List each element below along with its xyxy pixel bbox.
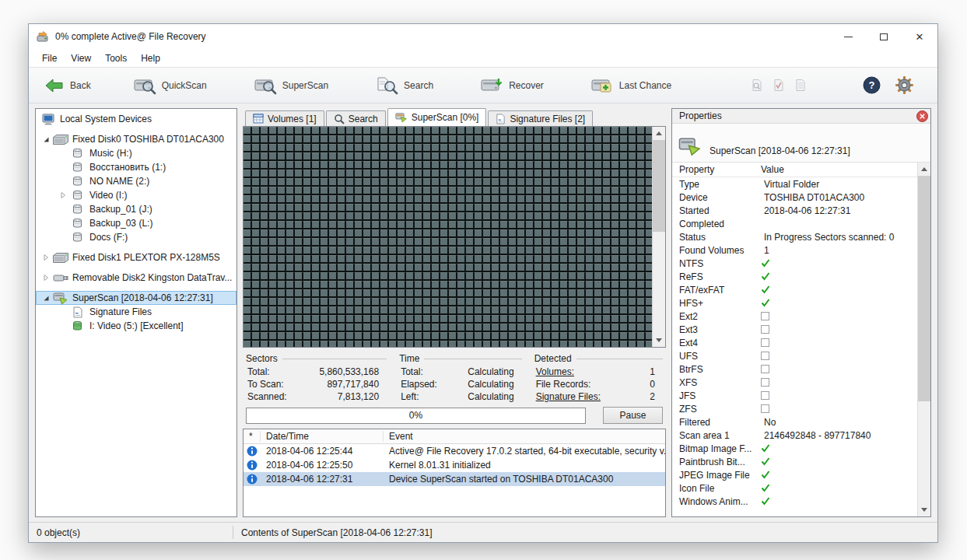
log-header-event[interactable]: Event (384, 431, 665, 442)
close-properties-icon[interactable] (916, 110, 928, 122)
scroll-down-icon[interactable] (918, 503, 930, 516)
log-row[interactable]: 2018-04-06 12:25:44 Active@ File Recover… (244, 444, 665, 458)
expander-collapsed-icon[interactable] (40, 254, 51, 261)
scroll-track[interactable] (653, 232, 665, 334)
toolbar-small-button-3[interactable] (794, 79, 807, 92)
property-row[interactable]: Ext3 (672, 323, 917, 336)
expander-collapsed-icon[interactable] (58, 191, 68, 199)
log-row[interactable]: 2018-04-06 12:25:50 Kernel 8.01.31 initi… (244, 458, 665, 472)
property-name: JPEG Image File (672, 470, 756, 481)
property-row[interactable]: Filtered No (672, 415, 917, 429)
window-title: 0% complete Active@ File Recovery (55, 31, 206, 42)
pause-button[interactable]: Pause (603, 407, 663, 424)
expander-expanded-icon[interactable] (40, 135, 51, 143)
property-row[interactable]: Scan area 1 2146492848 - 897717840 (672, 429, 917, 442)
property-row[interactable]: Ext4 (672, 336, 917, 349)
tree-item-music[interactable]: Music (H:) (36, 146, 236, 160)
tree-item-fixed-disk1[interactable]: Fixed Disk1 PLEXTOR PX-128M5S (36, 250, 236, 264)
superscan-button[interactable]: SuperScan (249, 74, 333, 97)
property-row[interactable]: ZFS (672, 402, 917, 415)
property-row[interactable]: Completed (672, 217, 917, 230)
tree-item-removable-disk2[interactable]: Removable Disk2 Kingston DataTrav... (36, 271, 236, 285)
value-column-header[interactable]: Value (756, 164, 917, 175)
property-row[interactable]: HFS+ (672, 296, 917, 310)
app-window: 0% complete Active@ File Recovery ✕ File… (28, 23, 938, 543)
toolbar-small-button-2[interactable] (773, 79, 785, 92)
tree-item-superscan[interactable]: SuperScan [2018-04-06 12:27:31] (36, 291, 236, 305)
menu-view[interactable]: View (64, 51, 98, 66)
scroll-down-icon[interactable] (653, 334, 665, 347)
stat-label[interactable]: Signature Files: (536, 390, 601, 403)
scroll-up-icon[interactable] (653, 127, 665, 140)
property-row[interactable]: Icon File (672, 481, 917, 495)
maximize-button[interactable] (866, 24, 902, 49)
usb-icon (51, 272, 69, 283)
properties-title-bar: Properties (672, 109, 930, 124)
tree-item-no-name[interactable]: NO NAME (2:) (36, 174, 236, 188)
property-row[interactable]: JFS (672, 389, 917, 402)
log-header-datetime[interactable]: Date/Time (261, 431, 384, 442)
property-row[interactable]: Status In Progress Sectors scanned: 0 (672, 230, 917, 243)
settings-button[interactable] (895, 75, 914, 95)
scroll-up-icon[interactable] (918, 163, 930, 176)
close-button[interactable]: ✕ (902, 24, 937, 49)
scan-scrollbar[interactable] (652, 127, 665, 347)
property-row[interactable]: Type Virtual Folder (672, 177, 917, 191)
scroll-thumb[interactable] (653, 140, 665, 232)
property-row[interactable]: ReFS (672, 270, 917, 283)
tab-superscan[interactable]: SuperScan [0%] (387, 108, 487, 126)
property-row[interactable]: JPEG Image File (672, 468, 917, 481)
time-group: Time Total: Calculating Elapsed: Calcula… (399, 353, 522, 404)
menu-help[interactable]: Help (134, 51, 167, 66)
tree-item-backup-03[interactable]: Backup_03 (L:) (36, 216, 236, 230)
tree-item-signature-files[interactable]: Signature Files (36, 305, 236, 319)
property-column-header[interactable]: Property (672, 164, 756, 175)
toolbar-button-label: Last Chance (619, 80, 671, 91)
property-row[interactable]: NTFS (672, 257, 917, 270)
scroll-track[interactable] (918, 401, 930, 503)
last-chance-button[interactable]: Last Chance (586, 74, 676, 97)
property-row[interactable]: Windows Anim... (672, 495, 917, 508)
tree-item-fixed-disk0[interactable]: Fixed Disk0 TOSHIBA DT01ACA300 (36, 132, 236, 146)
menu-tools[interactable]: Tools (98, 51, 134, 66)
tree-item-local-system-devices[interactable]: Local System Devices (36, 112, 236, 126)
tree-item-video-5-excellent[interactable]: I: Video (5:) [Excellent] (36, 319, 236, 333)
title-bar[interactable]: 0% complete Active@ File Recovery ✕ (29, 24, 937, 49)
tab-signature-files[interactable]: Signature Files [2] (488, 110, 593, 126)
properties-scrollbar[interactable] (917, 163, 930, 516)
toolbar-small-button-1[interactable] (751, 79, 763, 92)
stat-value: Calculating (468, 378, 513, 390)
minimize-button[interactable] (830, 24, 866, 49)
property-row[interactable]: UFS (672, 349, 917, 362)
log-row[interactable]: 2018-04-06 12:27:31 Device SuperScan sta… (244, 472, 665, 486)
stat-label[interactable]: Volumes: (536, 366, 574, 378)
tab-search[interactable]: Search (326, 110, 386, 126)
tree-item-label: Removable Disk2 Kingston DataTrav... (69, 271, 235, 284)
log-header-severity[interactable]: * (244, 431, 261, 442)
help-button[interactable]: ? (863, 76, 881, 94)
property-row[interactable]: Ext2 (672, 310, 917, 323)
property-row[interactable]: Paintbrush Bit... (672, 455, 917, 468)
properties-header: SuperScan [2018-04-06 12:27:31] (672, 124, 930, 163)
property-row[interactable]: Device TOSHIBA DT01ACA300 (672, 191, 917, 204)
property-row[interactable]: Bitmap Image F... (672, 442, 917, 455)
tree-item-vosstanovit[interactable]: Восстановить (1:) (36, 160, 236, 174)
menu-file[interactable]: File (35, 51, 64, 66)
property-name: Started (672, 205, 756, 216)
property-row[interactable]: BtrFS (672, 362, 917, 376)
quickscan-button[interactable]: QuickScan (128, 74, 212, 97)
tree-item-video[interactable]: Video (I:) (36, 188, 236, 202)
property-row[interactable]: FAT/exFAT (672, 283, 917, 296)
back-button[interactable]: Back (40, 75, 96, 96)
tab-volumes[interactable]: Volumes [1] (245, 110, 324, 126)
recover-button[interactable]: Recover (475, 74, 548, 97)
property-row[interactable]: Found Volumes 1 (672, 243, 917, 257)
expander-expanded-icon[interactable] (40, 294, 51, 302)
property-row[interactable]: XFS (672, 376, 917, 389)
tree-item-backup-01[interactable]: Backup_01 (J:) (36, 202, 236, 216)
scroll-thumb[interactable] (918, 176, 930, 401)
tree-item-docs[interactable]: Docs (F:) (36, 230, 236, 244)
search-button[interactable]: Search (370, 74, 438, 97)
expander-collapsed-icon[interactable] (40, 274, 51, 282)
property-row[interactable]: Started 2018-04-06 12:27:31 (672, 204, 917, 217)
